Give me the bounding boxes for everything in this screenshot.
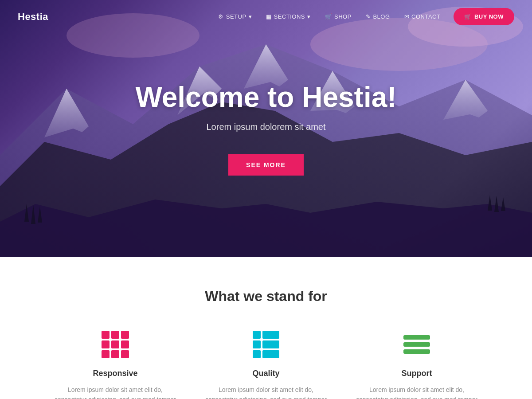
features-section: What we stand for Responsive Lorem ipsum… — [0, 257, 532, 399]
feature-support-name: Support — [402, 369, 432, 378]
feature-support: Support Lorem ipsum dolor sit amet elit … — [355, 331, 479, 399]
sections-icon: ▦ — [266, 13, 272, 20]
table-icon — [253, 331, 279, 358]
nav-blog[interactable]: ✎ BLOG — [360, 11, 395, 23]
feature-quality: Quality Lorem ipsum dolor sit amet elit … — [204, 331, 328, 399]
quality-icon — [248, 331, 284, 358]
chevron-down-icon: ▾ — [249, 13, 252, 20]
feature-quality-desc: Lorem ipsum dolor sit amet elit do, cons… — [204, 385, 328, 399]
features-section-title: What we stand for — [18, 288, 514, 305]
nav-setup[interactable]: ⚙ SETUP ▾ — [213, 11, 257, 23]
shop-icon: 🛒 — [325, 13, 332, 20]
feature-responsive: Responsive Lorem ipsum dolor sit amet el… — [53, 331, 177, 399]
feature-responsive-name: Responsive — [93, 369, 137, 378]
buy-now-button[interactable]: 🛒 BUY NOW — [454, 8, 514, 25]
feature-support-desc: Lorem ipsum dolor sit amet elit do, cons… — [355, 385, 479, 399]
hero-section: Welcome to Hestia! Lorem ipsum dolorem s… — [0, 0, 532, 257]
brand-logo[interactable]: Hestia — [18, 11, 48, 23]
lines-icon — [403, 335, 430, 354]
grid-icon — [102, 331, 129, 358]
nav-sections[interactable]: ▦ SECTIONS ▾ — [261, 11, 316, 23]
cart-icon: 🛒 — [464, 13, 472, 20]
see-more-button[interactable]: SEE MORE — [228, 154, 304, 176]
hero-content: Welcome to Hestia! Lorem ipsum dolorem s… — [126, 73, 405, 184]
feature-quality-name: Quality — [252, 369, 279, 378]
support-icon — [399, 331, 434, 358]
features-grid: Responsive Lorem ipsum dolor sit amet el… — [44, 331, 488, 399]
nav-links: ⚙ SETUP ▾ ▦ SECTIONS ▾ 🛒 SHOP ✎ BLOG ✉ C… — [213, 8, 514, 25]
nav-contact[interactable]: ✉ CONTACT — [399, 11, 446, 23]
gear-icon: ⚙ — [218, 13, 224, 20]
responsive-icon — [98, 331, 133, 358]
hero-subtitle: Lorem ipsum dolorem sit amet — [135, 122, 396, 132]
feature-responsive-desc: Lorem ipsum dolor sit amet elit do, cons… — [53, 385, 177, 399]
hero-title: Welcome to Hestia! — [135, 82, 396, 113]
nav-shop[interactable]: 🛒 SHOP — [320, 11, 357, 23]
blog-icon: ✎ — [366, 13, 371, 20]
contact-icon: ✉ — [404, 13, 410, 20]
navbar: Hestia ⚙ SETUP ▾ ▦ SECTIONS ▾ 🛒 SHOP ✎ B… — [0, 0, 532, 33]
chevron-down-icon: ▾ — [307, 13, 311, 20]
